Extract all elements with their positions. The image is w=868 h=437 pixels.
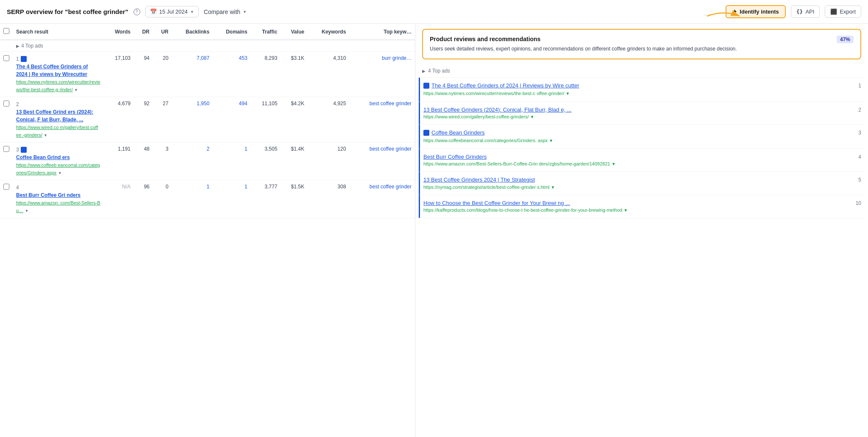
col-value[interactable]: Value (281, 24, 308, 40)
right-item-3-url-dropdown[interactable]: ▼ (549, 138, 553, 143)
col-ur[interactable]: UR (153, 24, 172, 40)
row-3-backlinks[interactable]: 2 (206, 146, 209, 152)
row-4-title[interactable]: Best Burr Coffee Gri nders (16, 192, 81, 198)
row-4-backlinks[interactable]: 1 (206, 184, 209, 190)
col-keywords[interactable]: Keywords (308, 24, 349, 40)
row-4-traffic: 3,777 (251, 180, 281, 218)
row-2-url[interactable]: https://www.wired.co m/gallery/best-coff… (16, 125, 98, 137)
right-item-1-title[interactable]: The 4 Best Coffee Grinders of 2024 | Rev… (431, 82, 579, 90)
row-2-domains[interactable]: 494 (239, 101, 248, 106)
row-3-top-keyword[interactable]: best coffee grinder (370, 146, 412, 152)
row-4-url[interactable]: https://www.amazon. com/Best-Sellers-Bu… (16, 200, 100, 213)
right-item-3-url: https://www.coffeebeancorral.com/categor… (423, 137, 851, 144)
row-4-keywords: 308 (308, 180, 349, 218)
right-item-2-url-dropdown[interactable]: ▼ (530, 115, 534, 119)
right-item-1-num: 1 (854, 82, 861, 89)
row-4-top-keyword[interactable]: best coffee grinder (370, 184, 412, 190)
row-4-num: 4 (16, 184, 19, 191)
row-1-value: $3.1K (281, 52, 308, 97)
row-4-checkbox[interactable] (3, 184, 9, 190)
row-1-url-dropdown[interactable]: ▼ (74, 88, 78, 92)
table-header-row: Search result Words DR UR Backlinks (0, 24, 415, 40)
right-item-5-url: https://nymag.com/strategist/article/bes… (423, 184, 851, 190)
right-item-1-url: https://www.nytimes.com/wirecutter/revie… (423, 90, 851, 97)
row-3-checkbox[interactable] (3, 146, 9, 152)
right-serp-item-5: 13 Best Coffee Grinders 2024 | The Strat… (419, 172, 865, 195)
main-content: Search result Words DR UR Backlinks (0, 24, 868, 437)
intent-box-header: Product reviews and recommendations 47% (430, 36, 854, 45)
right-item-2-content: 13 Best Coffee Grinders (2024): Conical,… (423, 106, 851, 120)
row-2-backlinks[interactable]: 1,950 (197, 101, 209, 106)
row-3-title[interactable]: Coffee Bean Grind ers (16, 154, 70, 160)
row-2-url-dropdown[interactable]: ▼ (44, 133, 47, 137)
row-3-favicon (21, 147, 27, 153)
right-serp-item-1: The 4 Best Coffee Grinders of 2024 | Rev… (419, 78, 865, 102)
table-row: 1 The 4 Best Coffee Grinders of 2024 | R… (0, 52, 415, 97)
right-item-6-url-dropdown[interactable]: ▼ (623, 208, 628, 213)
right-serp-item-6: How to Choose the Best Coffee Grinder fo… (419, 195, 865, 218)
row-1-backlinks[interactable]: 7,087 (197, 55, 209, 61)
row-2-checkbox[interactable] (3, 101, 9, 106)
right-panel: Product reviews and recommendations 47% … (415, 24, 868, 437)
row-1-checkbox[interactable] (3, 55, 9, 61)
row-4-dr: 96 (134, 180, 153, 218)
col-top-keyword[interactable]: Top keyw… (349, 24, 415, 40)
ads-toggle[interactable]: ▶ 4 Top ads (16, 43, 412, 49)
row-1-title[interactable]: The 4 Best Coffee Grinders of 2024 | Re … (16, 64, 88, 77)
col-dr[interactable]: DR (134, 24, 153, 40)
col-search-result: Search result (13, 24, 104, 40)
col-traffic[interactable]: Traffic (251, 24, 281, 40)
right-item-6-title[interactable]: How to Choose the Best Coffee Grinder fo… (423, 200, 570, 206)
row-3-domains[interactable]: 1 (245, 146, 248, 152)
right-item-3-content: Coffee Bean Grinders https://www.coffeeb… (423, 129, 851, 144)
row-1-domains[interactable]: 453 (239, 55, 248, 61)
compare-dropdown-arrow: ▼ (243, 10, 247, 14)
export-label: Export (840, 8, 856, 15)
ads-row: ▶ 4 Top ads (0, 40, 415, 52)
right-item-3-title[interactable]: Coffee Bean Grinders (431, 129, 485, 137)
row-3-ur: 3 (153, 143, 172, 180)
right-item-3-favicon (423, 130, 429, 136)
row-1-top-keyword[interactable]: burr grinde… (382, 55, 412, 61)
row-1-checkbox-cell (0, 52, 13, 97)
right-item-6-num: 10 (854, 199, 861, 206)
row-4-value: $1.5K (281, 180, 308, 218)
row-1-url[interactable]: https://www.nytimes.com/wirecutter/revie… (16, 79, 100, 92)
row-4-url-dropdown[interactable]: ▼ (25, 209, 28, 213)
right-item-4-title[interactable]: Best Burr Coffee Grinders (423, 154, 487, 160)
right-item-4-url-dropdown[interactable]: ▼ (612, 162, 616, 166)
right-item-2-title[interactable]: 13 Best Coffee Grinders (2024): Conical,… (423, 106, 571, 113)
col-domains[interactable]: Domains (213, 24, 250, 40)
row-3-url-dropdown[interactable]: ▼ (58, 171, 62, 175)
col-backlinks[interactable]: Backlinks (172, 24, 213, 40)
row-4-ur: 0 (153, 180, 172, 218)
right-item-1-favicon (423, 83, 429, 89)
row-2-words: 4,679 (104, 97, 134, 143)
compare-with-button[interactable]: Compare with ▼ (204, 8, 247, 15)
row-4-words: N/A (104, 180, 134, 218)
calendar-icon: 📅 (150, 8, 157, 15)
api-button[interactable]: {} API (791, 6, 820, 18)
row-2-ur: 27 (153, 97, 172, 143)
select-all-checkbox[interactable] (3, 28, 9, 34)
page-title: SERP overview for "best coffee grinder" (7, 8, 128, 15)
right-item-5-title[interactable]: 13 Best Coffee Grinders 2024 | The Strat… (423, 176, 535, 183)
row-2-top-keyword[interactable]: best coffee grinder (370, 101, 412, 106)
col-words[interactable]: Words (104, 24, 134, 40)
identify-intents-button[interactable]: ✦ Identify intents (726, 5, 785, 18)
right-ads-row[interactable]: ▶ 4 Top ads (419, 64, 865, 78)
row-2-title[interactable]: 13 Best Coffee Grind ers (2024): Conical… (16, 109, 93, 123)
right-item-2-num: 2 (854, 106, 861, 113)
right-item-4-num: 4 (854, 153, 861, 160)
row-4-domains[interactable]: 1 (245, 184, 248, 190)
help-icon[interactable]: ? (134, 8, 140, 15)
row-4-checkbox-cell (0, 180, 13, 218)
export-button[interactable]: ⬛ Export (825, 6, 861, 18)
row-3-value: $1.4K (281, 143, 308, 180)
row-1-result: 1 The 4 Best Coffee Grinders of 2024 | R… (13, 52, 104, 97)
date-picker-button[interactable]: 📅 15 Jul 2024 ▼ (145, 6, 199, 17)
right-item-1-url-dropdown[interactable]: ▼ (565, 91, 570, 96)
right-item-5-url-dropdown[interactable]: ▼ (551, 185, 555, 190)
right-item-4-url: https://www.amazon.com/Best-Sellers-Burr… (423, 161, 851, 167)
row-2-checkbox-cell (0, 97, 13, 143)
